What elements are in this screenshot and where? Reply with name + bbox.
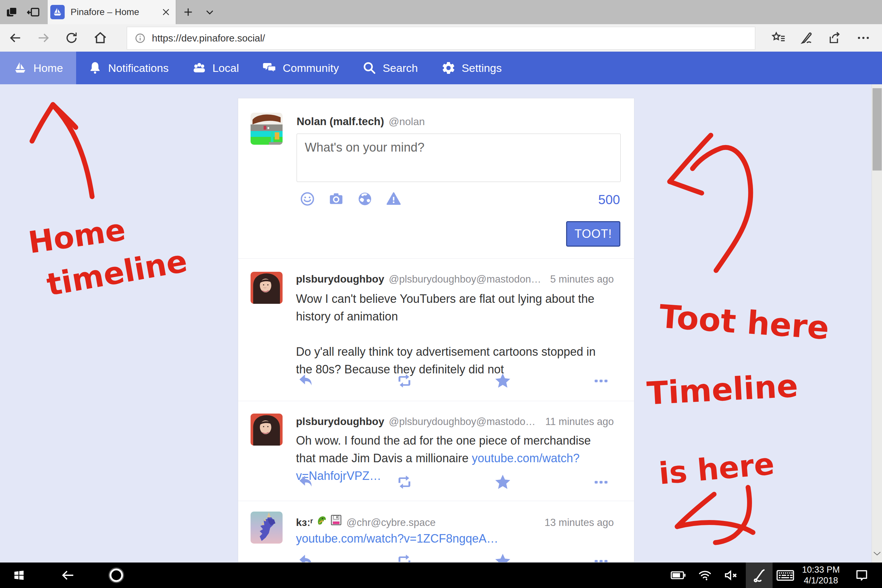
share-icon[interactable] bbox=[823, 24, 846, 52]
back-icon[interactable] bbox=[4, 24, 27, 52]
post-author[interactable]: kɜːʳ bbox=[296, 516, 313, 528]
scrollbar-track[interactable] bbox=[872, 84, 882, 562]
boost-icon[interactable] bbox=[394, 553, 414, 562]
clock-date: 4/1/2018 bbox=[800, 575, 842, 586]
magnifier-icon bbox=[362, 61, 376, 75]
battery-icon[interactable] bbox=[668, 562, 688, 588]
nav-label: Community bbox=[283, 62, 339, 75]
wifi-icon[interactable] bbox=[695, 562, 715, 588]
timeline-post[interactable]: plsburydoughboy @plsburydoughboy@mastodo… bbox=[238, 258, 634, 401]
favorite-icon[interactable] bbox=[493, 474, 513, 490]
post-timestamp[interactable]: 5 minutes ago bbox=[544, 273, 614, 285]
tab-title: Pinafore – Home bbox=[70, 7, 156, 17]
reply-icon[interactable] bbox=[296, 553, 316, 562]
more-options-icon[interactable] bbox=[591, 372, 611, 389]
timeline-post[interactable]: plsburydoughboy @plsburydoughboy@mastodo… bbox=[238, 401, 634, 501]
emoji-picker-icon[interactable] bbox=[299, 190, 316, 207]
content-warning-icon[interactable] bbox=[385, 190, 402, 207]
speech-bubbles-icon bbox=[262, 61, 277, 75]
start-button-icon[interactable] bbox=[7, 562, 31, 588]
toot-button[interactable]: TOOT! bbox=[566, 221, 620, 247]
nav-tab-home[interactable]: Home bbox=[0, 52, 76, 84]
url-input[interactable] bbox=[151, 32, 755, 44]
bell-icon bbox=[88, 61, 102, 75]
favorites-icon[interactable] bbox=[767, 24, 790, 52]
web-note-icon[interactable] bbox=[795, 24, 818, 52]
address-bar[interactable] bbox=[127, 27, 755, 50]
refresh-icon[interactable] bbox=[60, 24, 83, 52]
nav-tab-community[interactable]: Community bbox=[250, 52, 351, 84]
home-icon[interactable] bbox=[89, 24, 112, 52]
favorite-icon[interactable] bbox=[493, 372, 513, 389]
custom-emojis bbox=[316, 514, 342, 526]
page-info-icon[interactable] bbox=[134, 32, 146, 44]
more-options-icon[interactable] bbox=[591, 553, 611, 562]
more-options-icon[interactable] bbox=[852, 24, 875, 52]
nav-label: Settings bbox=[462, 62, 502, 75]
compose-input[interactable] bbox=[297, 134, 621, 182]
avatar[interactable] bbox=[250, 414, 283, 446]
post-link[interactable]: youtube.com/watch?v=1ZCF8ngqeA… bbox=[296, 532, 498, 545]
volume-muted-icon[interactable] bbox=[721, 562, 741, 588]
timeline-card: Nolan (malf.tech) @nolan bbox=[238, 98, 634, 562]
favorite-icon[interactable] bbox=[493, 553, 513, 562]
taskbar-clock[interactable]: 10:33 PM 4/1/2018 bbox=[800, 564, 842, 586]
media-upload-icon[interactable] bbox=[328, 190, 345, 207]
avatar[interactable] bbox=[250, 512, 283, 544]
scroll-down-icon[interactable] bbox=[873, 551, 881, 556]
pinafore-favicon-icon bbox=[50, 5, 64, 19]
reply-icon[interactable] bbox=[296, 474, 316, 490]
new-tab-icon[interactable] bbox=[178, 0, 198, 24]
gear-icon bbox=[441, 61, 456, 75]
nav-label: Home bbox=[33, 62, 63, 75]
more-options-icon[interactable] bbox=[591, 474, 611, 490]
touch-keyboard-icon[interactable] bbox=[774, 562, 797, 588]
compose-handle: @nolan bbox=[389, 116, 425, 128]
sailboat-icon bbox=[13, 61, 27, 75]
scrollbar-thumb[interactable] bbox=[873, 88, 882, 171]
tab-dropdown-icon[interactable] bbox=[200, 0, 219, 24]
nav-tab-notifications[interactable]: Notifications bbox=[76, 52, 180, 84]
taskbar-back-icon[interactable] bbox=[55, 562, 81, 588]
tab-preview-icon[interactable] bbox=[2, 0, 21, 24]
timeline-post[interactable]: kɜːʳ @chr@cybre.space 13 minutes ago you… bbox=[238, 501, 634, 562]
people-icon bbox=[192, 61, 207, 75]
pinafore-nav: Home Notifications Local Community Searc… bbox=[0, 52, 882, 84]
clock-time: 10:33 PM bbox=[800, 564, 842, 575]
post-timestamp[interactable]: 13 minutes ago bbox=[538, 517, 614, 528]
nav-label: Notifications bbox=[108, 62, 168, 75]
floppy-disk-emoji-icon bbox=[331, 514, 342, 526]
char-count: 500 bbox=[598, 192, 620, 207]
browser-tab-bar: Pinafore – Home bbox=[0, 0, 882, 24]
boost-icon[interactable] bbox=[394, 474, 414, 490]
post-handle: @chr@cybre.space bbox=[346, 517, 435, 528]
nav-label: Local bbox=[212, 62, 239, 75]
dragon-emoji-icon bbox=[316, 514, 328, 526]
nav-tab-search[interactable]: Search bbox=[351, 52, 430, 84]
set-tabs-aside-icon[interactable] bbox=[24, 0, 43, 24]
post-author[interactable]: plsburydoughboy bbox=[296, 416, 384, 428]
compose-display-name: Nolan (malf.tech) bbox=[297, 116, 384, 128]
screen: Pinafore – Home bbox=[0, 0, 882, 588]
post-timestamp[interactable]: 11 minutes ago bbox=[538, 416, 614, 428]
avatar[interactable] bbox=[250, 113, 283, 145]
nav-tab-settings[interactable]: Settings bbox=[430, 52, 513, 84]
avatar[interactable] bbox=[250, 272, 283, 304]
taskbar: 10:33 PM 4/1/2018 bbox=[0, 562, 882, 588]
post-handle: @plsburydoughboy@mastodon.so… bbox=[389, 273, 544, 285]
close-tab-icon[interactable] bbox=[156, 0, 176, 24]
windows-ink-icon[interactable] bbox=[746, 562, 772, 588]
post-author[interactable]: plsburydoughboy bbox=[296, 273, 384, 285]
post-handle: @plsburydoughboy@mastodon.s… bbox=[389, 416, 538, 428]
reply-icon[interactable] bbox=[296, 372, 316, 389]
forward-icon[interactable] bbox=[32, 24, 55, 52]
nav-tab-local[interactable]: Local bbox=[180, 52, 250, 84]
browser-tab[interactable]: Pinafore – Home bbox=[48, 0, 176, 24]
boost-icon[interactable] bbox=[394, 372, 414, 389]
nav-label: Search bbox=[382, 62, 418, 75]
post-text: Wow I can't believe YouTubers are flat o… bbox=[296, 290, 613, 326]
cortana-icon[interactable] bbox=[103, 562, 129, 588]
action-center-icon[interactable] bbox=[849, 562, 874, 588]
post-privacy-globe-icon[interactable] bbox=[356, 190, 374, 207]
browser-toolbar bbox=[0, 24, 882, 52]
